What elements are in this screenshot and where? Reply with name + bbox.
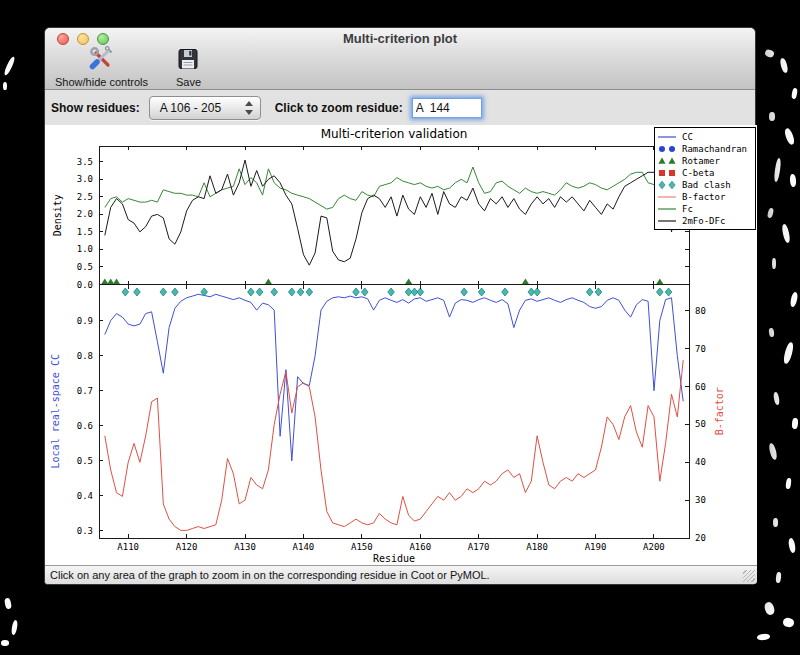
zoom-button[interactable] [97, 33, 109, 45]
legend-label: Rotamer [682, 156, 721, 166]
noise-speck [790, 292, 799, 308]
noise-speck [757, 633, 771, 640]
legend-label: B-factor [682, 192, 726, 202]
noise-speck [763, 601, 776, 616]
noise-speck [3, 56, 16, 76]
x-tick-label: A150 [351, 542, 373, 552]
noise-speck [789, 174, 796, 187]
show-hide-controls-button[interactable]: Show/hide controls [55, 45, 148, 88]
density-tick-label: 3.5 [77, 157, 93, 167]
legend-square-marker [659, 170, 665, 176]
x-tick-label: A110 [117, 542, 139, 552]
legend-square-marker [669, 170, 675, 176]
residue-range-dropdown[interactable]: A 106 - 205 [149, 96, 261, 120]
noise-speck [773, 518, 778, 527]
close-button[interactable] [57, 33, 69, 45]
cc-tick-label: 0.9 [77, 316, 93, 326]
noise-speck [775, 572, 781, 583]
b-factor-axis-label: B-factor [714, 387, 725, 435]
noise-speck [773, 392, 780, 406]
density-tick-label: 0.5 [77, 262, 93, 272]
noise-speck [788, 538, 797, 554]
window-chrome: Multi-criterion plot Show/hide controls [45, 28, 755, 90]
x-tick-label: A140 [293, 542, 315, 552]
legend-label: C-beta [682, 168, 715, 178]
density-tick-label: 3.0 [77, 174, 93, 184]
x-tick-label: A170 [468, 542, 490, 552]
density-plot-area[interactable] [99, 146, 689, 285]
legend-label: 2mFo-DFc [682, 216, 725, 226]
noise-speck [773, 158, 781, 182]
title-bar[interactable]: Multi-criterion plot [45, 28, 755, 50]
zoom-residue-input[interactable] [412, 98, 482, 118]
status-bar-text: Click on any area of the graph to zoom i… [50, 569, 490, 581]
legend-label: Bad clash [682, 180, 731, 190]
x-tick-label: A130 [234, 542, 256, 552]
x-tick-label: A190 [585, 542, 607, 552]
cc-axis-label: Local real-space CC [50, 354, 61, 468]
noise-speck [791, 88, 798, 100]
density-tick-label: 1.5 [77, 227, 93, 237]
show-hide-controls-label: Show/hide controls [55, 76, 148, 88]
density-tick-label: 1.0 [77, 244, 93, 254]
legend-label: CC [682, 132, 693, 142]
validation-plot-area[interactable] [99, 285, 689, 539]
residue-range-value: A 106 - 205 [150, 101, 221, 115]
stepper-arrows-icon [245, 101, 254, 115]
x-tick-label: A160 [409, 542, 431, 552]
legend-circle-marker [669, 146, 675, 152]
floppy-save-icon [176, 47, 200, 75]
cc-tick-label: 0.8 [77, 351, 93, 361]
b-factor-tick-label: 80 [695, 306, 706, 316]
toolbar: Show/hide controls Save [45, 50, 755, 88]
screen: { "window": { "title": "Multi-criterion … [0, 0, 800, 655]
density-tick-label: 2.5 [77, 192, 93, 202]
noise-speck [785, 478, 791, 490]
figure-canvas: A110A120A130A140A150A160A170A180A190A200… [45, 125, 757, 565]
noise-speck [782, 617, 795, 628]
noise-speck [3, 82, 7, 90]
noise-speck [772, 258, 776, 269]
resize-grip-icon[interactable] [743, 570, 755, 582]
save-label: Save [176, 76, 201, 88]
window-title: Multi-criterion plot [45, 28, 755, 50]
x-tick-label: A200 [643, 542, 665, 552]
cc-tick-label: 0.6 [77, 421, 93, 431]
cc-tick-label: 0.3 [77, 526, 93, 536]
status-bar: Click on any area of the graph to zoom i… [45, 565, 757, 584]
noise-speck [768, 443, 778, 461]
density-axis-label: Density [52, 194, 63, 236]
noise-speck [11, 620, 19, 636]
noise-speck [781, 224, 791, 244]
noise-speck [769, 112, 775, 121]
zoom-residue-label: Click to zoom residue: [275, 101, 403, 115]
controls-row: Show residues: A 106 - 205 Click to zoom… [45, 90, 755, 127]
noise-speck [764, 49, 775, 59]
plot-title: Multi-criterion validation [321, 127, 468, 141]
noise-speck [783, 127, 795, 145]
legend-label: Ramachandran [682, 144, 747, 154]
b-factor-tick-label: 40 [695, 457, 706, 467]
window-buttons [57, 33, 109, 45]
legend-box [655, 128, 756, 230]
legend: CCRamachandranRotamerC-betaBad clashB-fa… [655, 128, 756, 230]
noise-speck [768, 328, 774, 338]
minimize-button[interactable] [77, 33, 89, 45]
validation-plot-svg: A110A120A130A140A150A160A170A180A190A200… [45, 125, 757, 565]
x-tick-label: A180 [526, 542, 548, 552]
noise-speck [779, 57, 789, 73]
b-factor-tick-label: 30 [695, 495, 706, 505]
noise-speck [1, 640, 9, 646]
cc-tick-label: 0.4 [77, 491, 93, 501]
legend-label: Fc [682, 204, 693, 214]
noise-speck [782, 341, 794, 364]
multi-criterion-plot-window: Multi-criterion plot Show/hide controls [44, 27, 756, 585]
cc-tick-label: 0.7 [77, 386, 93, 396]
density-tick-label: 0.0 [77, 280, 93, 290]
x-tick-label: A120 [176, 542, 198, 552]
b-factor-tick-label: 50 [695, 419, 706, 429]
b-factor-tick-label: 60 [695, 382, 706, 392]
noise-speck [792, 418, 799, 429]
noise-speck [767, 208, 774, 219]
save-button[interactable]: Save [176, 47, 201, 88]
